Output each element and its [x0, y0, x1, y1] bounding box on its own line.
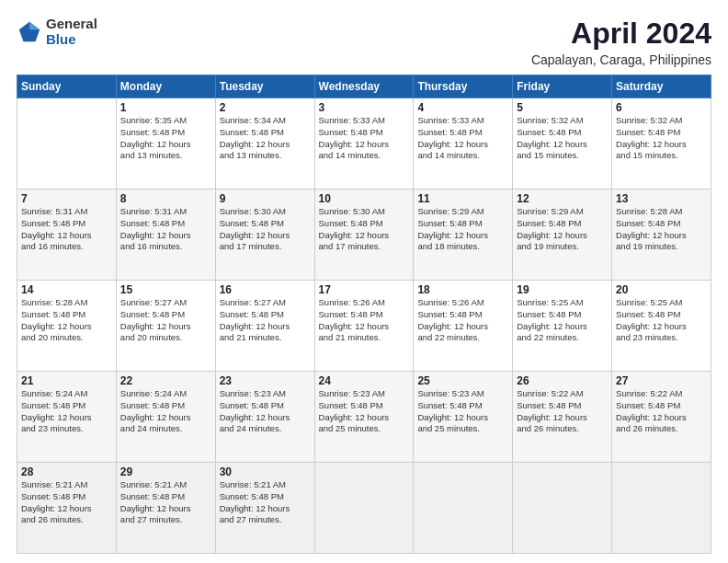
logo: General Blue	[17, 17, 97, 47]
calendar-day-cell	[612, 463, 711, 554]
calendar-table: SundayMondayTuesdayWednesdayThursdayFrid…	[17, 75, 711, 554]
page: General Blue April 2024 Capalayan, Carag…	[0, 0, 728, 563]
calendar-day-cell: 1Sunrise: 5:35 AM Sunset: 5:48 PM Daylig…	[116, 98, 215, 190]
calendar-day-cell: 5Sunrise: 5:32 AM Sunset: 5:48 PM Daylig…	[513, 98, 612, 190]
header: General Blue April 2024 Capalayan, Carag…	[17, 17, 711, 67]
day-info: Sunrise: 5:30 AM Sunset: 5:48 PM Dayligh…	[220, 206, 311, 253]
calendar-day-cell	[314, 463, 414, 554]
calendar-week-row: 14Sunrise: 5:28 AM Sunset: 5:48 PM Dayli…	[17, 281, 711, 372]
calendar-day-cell: 15Sunrise: 5:27 AM Sunset: 5:48 PM Dayli…	[116, 281, 215, 372]
day-info: Sunrise: 5:22 AM Sunset: 5:48 PM Dayligh…	[616, 388, 707, 435]
day-number: 13	[616, 192, 707, 205]
day-info: Sunrise: 5:27 AM Sunset: 5:48 PM Dayligh…	[120, 297, 211, 344]
day-number: 11	[417, 192, 508, 205]
day-number: 25	[417, 374, 508, 387]
calendar-header-monday: Monday	[116, 75, 215, 98]
calendar-header-thursday: Thursday	[414, 75, 513, 98]
calendar-header-wednesday: Wednesday	[314, 75, 414, 98]
day-info: Sunrise: 5:28 AM Sunset: 5:48 PM Dayligh…	[616, 206, 707, 253]
calendar-day-cell: 18Sunrise: 5:26 AM Sunset: 5:48 PM Dayli…	[414, 281, 513, 372]
svg-marker-1	[29, 21, 40, 29]
day-number: 27	[616, 374, 707, 387]
calendar-header-saturday: Saturday	[612, 75, 711, 98]
day-info: Sunrise: 5:27 AM Sunset: 5:48 PM Dayligh…	[220, 297, 311, 344]
calendar-header-row: SundayMondayTuesdayWednesdayThursdayFrid…	[17, 75, 711, 98]
calendar-day-cell: 12Sunrise: 5:29 AM Sunset: 5:48 PM Dayli…	[513, 190, 612, 281]
day-number: 20	[616, 283, 707, 296]
calendar-day-cell: 28Sunrise: 5:21 AM Sunset: 5:48 PM Dayli…	[17, 463, 117, 554]
calendar-day-cell: 27Sunrise: 5:22 AM Sunset: 5:48 PM Dayli…	[612, 372, 711, 463]
day-number: 15	[120, 283, 211, 296]
calendar-day-cell: 20Sunrise: 5:25 AM Sunset: 5:48 PM Dayli…	[612, 281, 711, 372]
day-info: Sunrise: 5:28 AM Sunset: 5:48 PM Dayligh…	[21, 297, 112, 344]
calendar-header-sunday: Sunday	[17, 75, 117, 98]
day-info: Sunrise: 5:31 AM Sunset: 5:48 PM Dayligh…	[120, 206, 211, 253]
day-number: 21	[21, 374, 112, 387]
calendar-day-cell: 14Sunrise: 5:28 AM Sunset: 5:48 PM Dayli…	[17, 281, 117, 372]
logo-text: General Blue	[46, 17, 97, 47]
calendar-day-cell: 30Sunrise: 5:21 AM Sunset: 5:48 PM Dayli…	[215, 463, 314, 554]
calendar-day-cell: 8Sunrise: 5:31 AM Sunset: 5:48 PM Daylig…	[116, 190, 215, 281]
day-info: Sunrise: 5:22 AM Sunset: 5:48 PM Dayligh…	[517, 388, 608, 435]
day-info: Sunrise: 5:31 AM Sunset: 5:48 PM Dayligh…	[21, 206, 112, 253]
calendar-day-cell: 19Sunrise: 5:25 AM Sunset: 5:48 PM Dayli…	[513, 281, 612, 372]
day-info: Sunrise: 5:21 AM Sunset: 5:48 PM Dayligh…	[21, 479, 112, 526]
subtitle: Capalayan, Caraga, Philippines	[531, 52, 711, 67]
day-number: 28	[21, 465, 112, 478]
day-number: 18	[417, 283, 508, 296]
calendar-day-cell: 23Sunrise: 5:23 AM Sunset: 5:48 PM Dayli…	[215, 372, 314, 463]
day-number: 26	[517, 374, 608, 387]
calendar-header-friday: Friday	[513, 75, 612, 98]
calendar-day-cell	[414, 463, 513, 554]
day-number: 5	[517, 101, 608, 114]
day-info: Sunrise: 5:29 AM Sunset: 5:48 PM Dayligh…	[417, 206, 508, 253]
day-number: 12	[517, 192, 608, 205]
main-title: April 2024	[531, 17, 711, 51]
day-info: Sunrise: 5:24 AM Sunset: 5:48 PM Dayligh…	[21, 388, 112, 435]
day-info: Sunrise: 5:32 AM Sunset: 5:48 PM Dayligh…	[616, 115, 707, 162]
day-number: 16	[220, 283, 311, 296]
day-info: Sunrise: 5:26 AM Sunset: 5:48 PM Dayligh…	[417, 297, 508, 344]
calendar-week-row: 1Sunrise: 5:35 AM Sunset: 5:48 PM Daylig…	[17, 98, 711, 190]
day-number: 17	[319, 283, 410, 296]
calendar-week-row: 21Sunrise: 5:24 AM Sunset: 5:48 PM Dayli…	[17, 372, 711, 463]
calendar-day-cell: 7Sunrise: 5:31 AM Sunset: 5:48 PM Daylig…	[17, 190, 117, 281]
day-info: Sunrise: 5:35 AM Sunset: 5:48 PM Dayligh…	[120, 115, 211, 162]
calendar-day-cell: 6Sunrise: 5:32 AM Sunset: 5:48 PM Daylig…	[612, 98, 711, 190]
logo-general-text: General	[46, 17, 97, 32]
logo-blue-text: Blue	[46, 32, 97, 48]
day-info: Sunrise: 5:23 AM Sunset: 5:48 PM Dayligh…	[319, 388, 410, 435]
day-info: Sunrise: 5:23 AM Sunset: 5:48 PM Dayligh…	[417, 388, 508, 435]
calendar-day-cell: 4Sunrise: 5:33 AM Sunset: 5:48 PM Daylig…	[414, 98, 513, 190]
day-number: 30	[220, 465, 311, 478]
day-number: 7	[21, 192, 112, 205]
calendar-header-tuesday: Tuesday	[215, 75, 314, 98]
logo-icon	[17, 19, 42, 45]
calendar-day-cell: 10Sunrise: 5:30 AM Sunset: 5:48 PM Dayli…	[314, 190, 414, 281]
day-info: Sunrise: 5:33 AM Sunset: 5:48 PM Dayligh…	[417, 115, 508, 162]
calendar-day-cell: 2Sunrise: 5:34 AM Sunset: 5:48 PM Daylig…	[215, 98, 314, 190]
day-number: 2	[220, 101, 311, 114]
day-number: 19	[517, 283, 608, 296]
day-number: 10	[319, 192, 410, 205]
calendar-day-cell: 13Sunrise: 5:28 AM Sunset: 5:48 PM Dayli…	[612, 190, 711, 281]
calendar-day-cell: 24Sunrise: 5:23 AM Sunset: 5:48 PM Dayli…	[314, 372, 414, 463]
calendar-day-cell	[17, 98, 117, 190]
day-info: Sunrise: 5:29 AM Sunset: 5:48 PM Dayligh…	[517, 206, 608, 253]
calendar-day-cell	[513, 463, 612, 554]
day-number: 9	[220, 192, 311, 205]
day-info: Sunrise: 5:25 AM Sunset: 5:48 PM Dayligh…	[616, 297, 707, 344]
day-info: Sunrise: 5:25 AM Sunset: 5:48 PM Dayligh…	[517, 297, 608, 344]
day-info: Sunrise: 5:33 AM Sunset: 5:48 PM Dayligh…	[319, 115, 410, 162]
title-block: April 2024 Capalayan, Caraga, Philippine…	[531, 17, 711, 67]
calendar-day-cell: 29Sunrise: 5:21 AM Sunset: 5:48 PM Dayli…	[116, 463, 215, 554]
day-info: Sunrise: 5:24 AM Sunset: 5:48 PM Dayligh…	[120, 388, 211, 435]
day-number: 23	[220, 374, 311, 387]
day-info: Sunrise: 5:34 AM Sunset: 5:48 PM Dayligh…	[220, 115, 311, 162]
calendar-day-cell: 3Sunrise: 5:33 AM Sunset: 5:48 PM Daylig…	[314, 98, 414, 190]
day-number: 8	[120, 192, 211, 205]
calendar-day-cell: 11Sunrise: 5:29 AM Sunset: 5:48 PM Dayli…	[414, 190, 513, 281]
day-number: 29	[120, 465, 211, 478]
day-number: 24	[319, 374, 410, 387]
calendar-day-cell: 26Sunrise: 5:22 AM Sunset: 5:48 PM Dayli…	[513, 372, 612, 463]
